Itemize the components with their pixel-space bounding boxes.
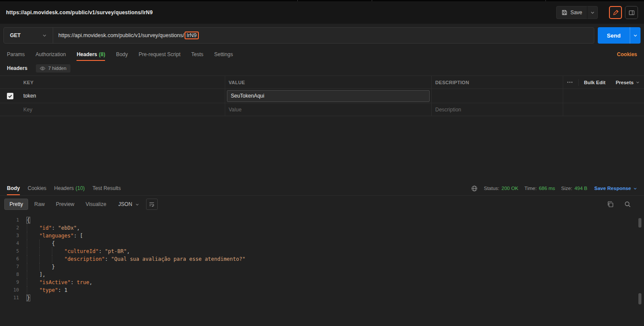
indent-guide: [27, 240, 39, 247]
response-tab-body[interactable]: Body: [7, 181, 20, 195]
response-body-viewer[interactable]: 1{2"id": "ebDx",3"languages": [4{5"cultu…: [0, 213, 644, 326]
tab-headers-count: (8): [99, 51, 105, 57]
view-tab-preview[interactable]: Preview: [51, 199, 80, 210]
tab-settings[interactable]: Settings: [214, 47, 233, 61]
pencil-icon: [612, 9, 619, 16]
response-view-toolbar: Pretty Raw Preview Visualize JSON: [0, 196, 644, 213]
tab-authorization[interactable]: Authorization: [35, 47, 66, 61]
code-text: {: [27, 240, 55, 247]
cookies-link[interactable]: Cookies: [617, 51, 637, 57]
view-tab-visualize[interactable]: Visualize: [80, 199, 112, 210]
tab-headers[interactable]: Headers (8): [77, 47, 105, 61]
postman-window: https://api.movidesk.com/public/v1/surve…: [0, 0, 644, 326]
tab-prerequest-script[interactable]: Pre-request Script: [139, 47, 181, 61]
chevron-down-icon: [633, 33, 638, 38]
indent-guide: [27, 247, 39, 255]
header-value-input[interactable]: SeuTokenAqui: [227, 90, 430, 102]
indent-guide: [27, 286, 39, 294]
time-indicator: Time: 686 ms: [524, 186, 555, 191]
tab-tests[interactable]: Tests: [191, 47, 204, 61]
send-button[interactable]: Send: [598, 27, 630, 44]
workspace-tab-strip: [0, 0, 644, 1]
header-value-cell: SeuTokenAqui: [225, 89, 431, 103]
header-description-cell[interactable]: [431, 89, 563, 103]
copy-icon[interactable]: [607, 201, 614, 208]
header-key-cell[interactable]: token: [20, 89, 225, 103]
placeholder-value-cell[interactable]: Value: [225, 103, 431, 116]
request-title: https://api.movidesk.com/public/v1/surve…: [6, 9, 153, 16]
placeholder-description-cell[interactable]: Description: [431, 103, 563, 116]
wrap-lines-icon: [149, 201, 155, 207]
tab-headers-label: Headers: [77, 51, 97, 57]
tab-divider: [545, 0, 546, 1]
view-tab-raw[interactable]: Raw: [29, 199, 50, 210]
code-text: ],: [27, 271, 45, 279]
code-line: 8],: [0, 271, 644, 279]
indent-guide: [27, 271, 39, 279]
indent-guide: [27, 255, 39, 263]
send-options-button[interactable]: [630, 27, 641, 44]
url-input[interactable]: https://api.movidesk.com/public/v1/surve…: [53, 28, 204, 43]
search-icon[interactable]: [624, 201, 631, 208]
response-tab-headers-count: (10): [76, 185, 85, 191]
save-button-label: Save: [571, 9, 582, 16]
response-toolbar-actions: [607, 201, 640, 208]
code-text: }: [27, 263, 55, 271]
response-pane: Body Cookies Headers (10) Test Results S…: [0, 181, 644, 326]
hidden-headers-toggle[interactable]: 7 hidden: [36, 64, 70, 73]
comments-panel-button[interactable]: [625, 6, 638, 19]
save-button[interactable]: Save: [556, 6, 587, 19]
save-button-group: Save: [556, 6, 598, 19]
response-tab-headers-label: Headers: [54, 185, 73, 191]
presets-label: Presets: [615, 80, 634, 85]
response-format-dropdown[interactable]: JSON: [118, 201, 139, 207]
more-actions-icon[interactable]: [567, 79, 573, 85]
chevron-down-icon: [636, 80, 640, 84]
save-icon: [561, 9, 567, 16]
view-tab-pretty[interactable]: Pretty: [4, 199, 28, 210]
edit-request-button[interactable]: [609, 6, 622, 19]
presets-dropdown[interactable]: Presets: [615, 80, 640, 85]
code-line: 5"cultureId": "pt-BR",: [0, 247, 644, 255]
scrollbar-thumb[interactable]: [638, 293, 641, 304]
headers-section-title: Headers: [7, 65, 27, 71]
bulk-edit-button[interactable]: Bulk Edit: [584, 80, 606, 85]
size-indicator: Size: 494 B: [561, 186, 587, 191]
row-checkbox-checked[interactable]: [7, 93, 13, 99]
tab-params[interactable]: Params: [7, 47, 25, 61]
code-line: 4{: [0, 240, 644, 247]
time-value: 686 ms: [539, 186, 555, 191]
placeholder-key-cell[interactable]: Key: [20, 103, 225, 116]
code-line: 1{: [0, 216, 644, 224]
method-selector[interactable]: GET: [4, 28, 53, 43]
column-description: DESCRIPTION: [431, 76, 563, 89]
headers-table-controls: Bulk Edit Presets: [563, 76, 644, 89]
line-number: 4: [0, 240, 19, 247]
line-number: 11: [0, 294, 19, 302]
header-placeholder-row: Key Value Description: [0, 103, 644, 116]
request-editor-empty-area: [0, 116, 644, 181]
chevron-down-icon: [135, 203, 139, 206]
network-info-icon[interactable]: [471, 185, 478, 192]
code-text: "id": "ebDx",: [27, 224, 80, 232]
tab-divider: [372, 0, 372, 1]
line-number: 9: [0, 279, 19, 286]
response-tab-test-results[interactable]: Test Results: [92, 181, 121, 195]
scrollbar-thumb[interactable]: [638, 218, 641, 228]
status-label: Status:: [484, 186, 499, 191]
code-text: "languages": [: [27, 232, 83, 240]
code-line: 6"description": "Qual sua avaliação para…: [0, 255, 644, 263]
save-options-button[interactable]: [587, 6, 598, 19]
response-tab-test-results-label: Test Results: [92, 185, 121, 191]
wrap-lines-button[interactable]: [146, 199, 158, 210]
response-tab-headers[interactable]: Headers (10): [54, 181, 85, 195]
chevron-down-icon: [590, 10, 595, 15]
tab-body[interactable]: Body: [116, 47, 128, 61]
headers-table-header-row: KEY VALUE DESCRIPTION Bulk Edit Presets: [0, 76, 644, 89]
code-line: 3"languages": [: [0, 232, 644, 240]
response-tab-cookies[interactable]: Cookies: [28, 181, 46, 195]
save-response-dropdown[interactable]: Save Response: [594, 186, 637, 191]
size-label: Size:: [561, 186, 572, 191]
code-line: 11}: [0, 294, 644, 302]
url-base-text: https://api.movidesk.com/public/v1/surve…: [58, 32, 184, 38]
